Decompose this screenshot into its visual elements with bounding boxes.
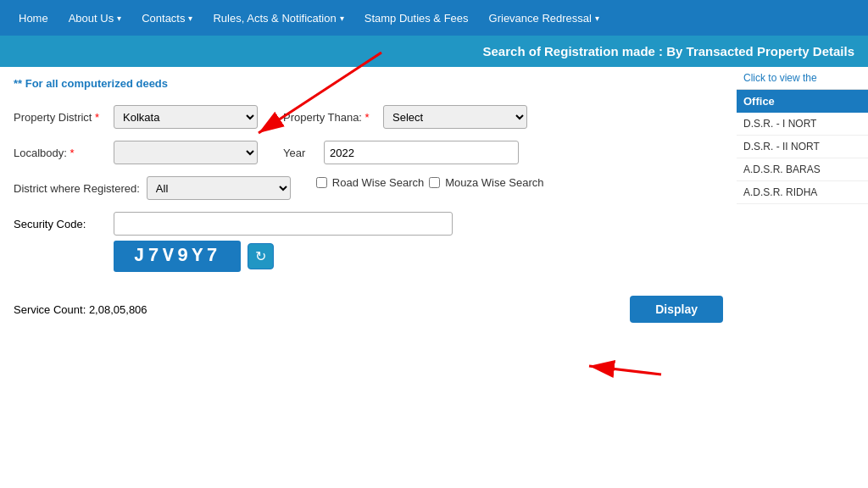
property-thana-select[interactable]: Select	[383, 105, 527, 129]
list-item[interactable]: A.D.S.R. BARAS	[737, 158, 868, 181]
refresh-captcha-button[interactable]: ↻	[248, 243, 274, 269]
row-localbody-year: Localbody: * Year	[14, 141, 723, 164]
nav-grievance[interactable]: Grievance Redressal ▾	[479, 3, 609, 33]
form-fields: Property District * Kolkata Property Tha…	[14, 105, 723, 272]
nav-contacts[interactable]: Contacts ▾	[131, 3, 203, 33]
contacts-dropdown-arrow: ▾	[188, 14, 192, 23]
mouza-wise-checkbox[interactable]	[429, 177, 440, 188]
property-district-label: Property District *	[14, 111, 107, 124]
road-wise-checkbox[interactable]	[316, 177, 327, 188]
grievance-dropdown-arrow: ▾	[595, 14, 599, 23]
page-header-banner: Search of Registration made : By Transac…	[0, 36, 868, 67]
property-thana-group: Property Thana: * Select	[283, 105, 527, 129]
nav-stamp[interactable]: Stamp Duties & Fees	[354, 3, 479, 33]
bottom-row: Service Count: 2,08,05,806 Display	[14, 289, 723, 330]
computerized-deeds-label: ** For all computerized deeds	[14, 77, 723, 90]
security-code-label: Security Code:	[14, 218, 107, 230]
content-wrapper: ** For all computerized deeds Property D…	[0, 67, 868, 340]
captcha-row: J7V9Y7 ↻	[114, 241, 723, 272]
office-list: D.S.R. - I NORT D.S.R. - II NORT A.D.S.R…	[737, 113, 868, 204]
display-button[interactable]: Display	[630, 296, 723, 323]
list-item[interactable]: D.S.R. - II NORT	[737, 136, 868, 158]
row-district-thana: Property District * Kolkata Property Tha…	[14, 105, 723, 129]
click-to-view-text: Click to view the	[737, 67, 868, 90]
nav-about[interactable]: About Us ▾	[58, 3, 131, 33]
security-code-section: Security Code: J7V9Y7 ↻	[14, 212, 723, 272]
road-wise-label[interactable]: Road Wise Search	[316, 176, 424, 189]
navbar: Home About Us ▾ Contacts ▾ Rules, Acts &…	[0, 0, 868, 36]
list-item[interactable]: A.D.S.R. RIDHA	[737, 181, 868, 204]
right-panel: Click to view the Office D.S.R. - I NORT…	[737, 67, 868, 340]
property-district-select[interactable]: Kolkata	[114, 105, 258, 129]
localbody-label: Localbody: *	[14, 147, 107, 159]
district-registered-group: District where Registered: All	[14, 176, 291, 200]
service-count: Service Count: 2,08,05,806	[14, 303, 147, 316]
main-form: ** For all computerized deeds Property D…	[0, 67, 737, 340]
mouza-wise-label[interactable]: Mouza Wise Search	[429, 176, 543, 189]
list-item[interactable]: D.S.R. - I NORT	[737, 113, 868, 136]
district-registered-select[interactable]: All	[147, 176, 291, 200]
page-title: Search of Registration made : By Transac…	[483, 44, 854, 58]
district-registered-label: District where Registered:	[14, 182, 140, 195]
property-district-group: Property District * Kolkata	[14, 105, 258, 129]
captcha-image: J7V9Y7	[114, 241, 241, 272]
nav-rules[interactable]: Rules, Acts & Notification ▾	[203, 3, 353, 33]
office-header: Office	[737, 90, 868, 113]
year-label: Year	[283, 147, 317, 159]
row-district-registered: District where Registered: All Road Wise…	[14, 176, 723, 200]
search-options-group: Road Wise Search Mouza Wise Search	[316, 176, 544, 189]
rules-dropdown-arrow: ▾	[340, 14, 344, 23]
security-code-input[interactable]	[114, 212, 453, 236]
about-dropdown-arrow: ▾	[117, 14, 121, 23]
localbody-select[interactable]	[114, 141, 258, 164]
security-code-row: Security Code:	[14, 212, 723, 236]
year-group: Year	[283, 141, 519, 164]
nav-home[interactable]: Home	[8, 3, 58, 33]
localbody-group: Localbody: *	[14, 141, 258, 164]
property-thana-label: Property Thana: *	[283, 111, 376, 124]
year-input[interactable]	[324, 141, 519, 164]
